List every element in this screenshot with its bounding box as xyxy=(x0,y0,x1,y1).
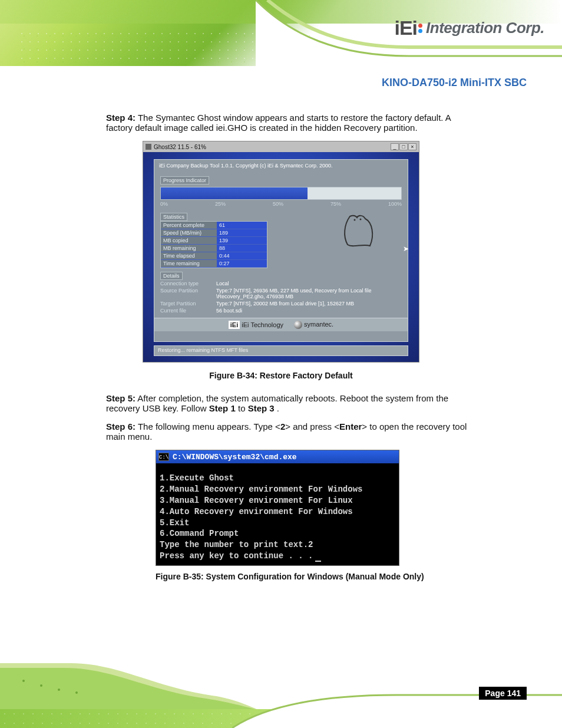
stats-table: Percent complete61 Speed (MB/min)189 MB … xyxy=(160,221,267,268)
detail-val: Local xyxy=(216,281,402,286)
ghost-copyright: iEi Company Backup Tool 1.0.1. Copyright… xyxy=(154,160,408,172)
details-section: Details Connection typeLocal Source Part… xyxy=(160,272,402,314)
step-body: > and press < xyxy=(285,421,339,431)
bottom-banner xyxy=(0,663,562,728)
cmd-line: 2.Manual Recovery environment For Window… xyxy=(160,485,362,494)
progress-section: Progress Indicator 0% 25% 50% 75% 100% xyxy=(160,174,402,207)
stat-key: Percent complete xyxy=(161,222,217,229)
details-label: Details xyxy=(160,272,183,280)
ghost-window-title: Ghost32 11.5 - 61% xyxy=(154,144,206,150)
detail-val: Type:7 [NTFS], 26936 MB, 227 MB used, Re… xyxy=(216,288,402,299)
detail-key: Connection type xyxy=(160,281,216,286)
tick: 100% xyxy=(388,201,402,207)
bottom-curve-left xyxy=(0,663,259,710)
tick: 0% xyxy=(160,201,168,207)
step-body: The following menu appears. Type < xyxy=(138,421,280,431)
stat-key: Time elapsed xyxy=(161,252,217,259)
svg-point-5 xyxy=(75,691,78,694)
step-body: to xyxy=(238,403,248,413)
cursor-caret xyxy=(315,561,321,562)
symantec-icon xyxy=(294,321,302,329)
cursor-icon: ➤ xyxy=(403,245,409,253)
product-title: KINO-DA750-i2 Mini-ITX SBC xyxy=(35,77,527,89)
cmd-body[interactable]: 1.Execute Ghost 2.Manual Recovery enviro… xyxy=(156,463,399,565)
stat-val: 0:27 xyxy=(217,260,267,267)
cmd-titlebar: C:\ C:\WINDOWS\system32\cmd.exe xyxy=(156,450,399,463)
svg-point-2 xyxy=(22,680,25,682)
cmd-line: Type the number to print text.2 xyxy=(160,540,313,549)
page-content: KINO-DA750-i2 Mini-ITX SBC Step 4: The S… xyxy=(0,71,562,594)
detail-val: Type:7 [NTFS], 20002 MB from Local drive… xyxy=(216,301,402,307)
logo: iEi Integration Corp. xyxy=(394,17,544,39)
tick: 50% xyxy=(273,201,283,207)
progress-fill xyxy=(161,187,308,199)
iei-brand: iEi Technology xyxy=(242,321,283,328)
detail-key: Target Partition xyxy=(160,301,216,307)
ref-step1: Step 1 xyxy=(209,403,236,413)
step-body: . xyxy=(277,403,279,413)
progress-bar xyxy=(160,187,402,200)
top-banner: iEi Integration Corp. xyxy=(0,0,562,66)
progress-ticks: 0% 25% 50% 75% 100% xyxy=(160,201,402,207)
tick: 75% xyxy=(330,201,341,207)
symantec-brand: symantec. xyxy=(304,321,333,328)
cmd-title: C:\WINDOWS\system32\cmd.exe xyxy=(173,453,297,462)
figure-cmd-window: C:\ C:\WINDOWS\system32\cmd.exe 1.Execut… xyxy=(156,450,399,566)
ghost-panel: iEi Company Backup Tool 1.0.1. Copyright… xyxy=(154,159,408,342)
step-label: Step 4: xyxy=(106,113,135,123)
close-button[interactable]: × xyxy=(408,143,416,150)
figure-caption-ghost: Figure B-34: Restore Factory Default xyxy=(35,371,527,380)
stat-key: Time remaining xyxy=(161,260,217,267)
cmd-line: 6.Command Prompt xyxy=(160,529,239,538)
cmd-icon: C:\ xyxy=(158,453,169,461)
maximize-button[interactable]: □ xyxy=(399,143,408,150)
svg-point-3 xyxy=(40,684,42,687)
cmd-line: 4.Auto Recovery environment For Windows xyxy=(160,507,353,516)
kbd-2: 2 xyxy=(280,421,285,431)
cmd-line: 3.Manual Recovery environment For Linux xyxy=(160,496,353,505)
stat-val: 189 xyxy=(217,229,267,236)
step-5: Step 5: After completion, the system aut… xyxy=(106,393,471,413)
figure-ghost-window: Ghost32 11.5 - 61% _ □ × iEi Company Bac… xyxy=(143,141,419,363)
step-label: Step 5: xyxy=(106,393,135,403)
stats-section: Statistics Percent complete61 Speed (MB/… xyxy=(160,210,402,268)
ghost-app-icon xyxy=(146,144,151,150)
detail-key: Source Partition xyxy=(160,288,216,299)
stat-val: 139 xyxy=(217,237,267,244)
detail-val: 56 boot.sdi xyxy=(216,308,402,314)
svg-point-4 xyxy=(58,689,60,691)
ghost-statusbar: Restoring... remaining NTFS MFT files xyxy=(154,345,408,356)
stat-val: 88 xyxy=(217,245,267,252)
ghost-titlebar: Ghost32 11.5 - 61% _ □ × xyxy=(143,141,419,152)
kbd-enter: Enter xyxy=(339,421,362,431)
stat-key: MB remaining xyxy=(161,245,217,252)
cmd-line: Press any key to continue . . . xyxy=(160,551,313,561)
ref-step3: Step 3 xyxy=(248,403,275,413)
stat-val: 61 xyxy=(217,222,267,229)
cmd-line: 1.Execute Ghost xyxy=(160,473,234,483)
step-label: Step 6: xyxy=(106,421,135,431)
page-number: Page 141 xyxy=(479,687,527,700)
progress-label: Progress Indicator xyxy=(160,176,209,185)
detail-key: Current file xyxy=(160,308,216,314)
svg-point-1 xyxy=(360,219,362,220)
tick: 25% xyxy=(215,201,226,207)
stat-key: Speed (MB/min) xyxy=(161,229,217,236)
stats-label: Statistics xyxy=(160,213,187,221)
minimize-button[interactable]: _ xyxy=(391,143,399,150)
window-controls: _ □ × xyxy=(391,143,416,150)
cmd-line: 5.Exit xyxy=(160,518,189,528)
ghost-logo-shape: ➤ xyxy=(279,210,402,252)
stat-val: 0:44 xyxy=(217,252,267,259)
ghost-brand-bar: iEi iEi Technology symantec. xyxy=(154,318,408,331)
ghost-body: iEi Company Backup Tool 1.0.1. Copyright… xyxy=(143,152,419,362)
figure-caption-cmd: Figure B-35: System Configuration for Wi… xyxy=(156,572,527,581)
iei-icon: iEi xyxy=(229,321,240,329)
stat-key: MB copied xyxy=(161,237,217,244)
step-4: Step 4: The Symantec Ghost window appear… xyxy=(106,113,471,133)
step-body: The Symantec Ghost window appears and st… xyxy=(106,113,451,133)
step-6: Step 6: The following menu appears. Type… xyxy=(106,421,471,442)
logo-text: Integration Corp. xyxy=(426,19,544,37)
svg-point-0 xyxy=(354,219,356,221)
logo-mark: iEi xyxy=(394,17,422,39)
